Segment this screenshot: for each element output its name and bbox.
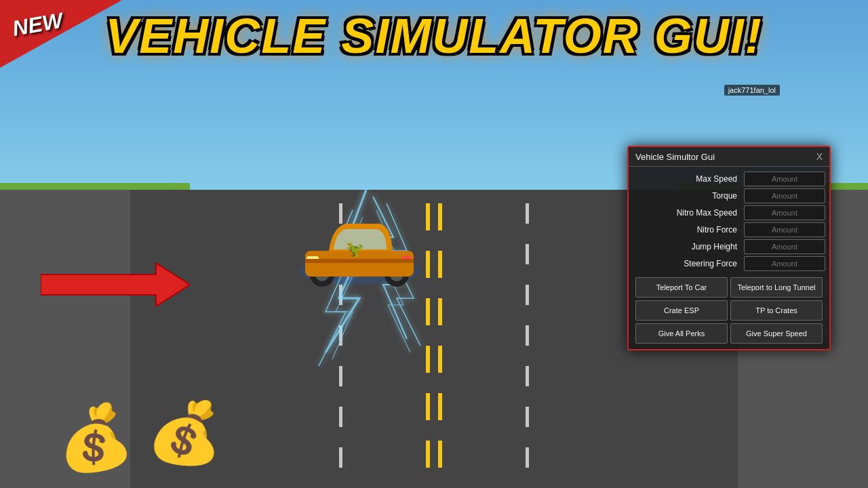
field-label-nitro-max-speed: Nitro Max Speed: [633, 208, 740, 218]
field-label-max-speed: Max Speed: [633, 174, 740, 184]
field-input-steering-force[interactable]: [744, 256, 825, 271]
gui-panel: Vehicle Simultor Gui X Max SpeedTorqueNi…: [627, 146, 831, 350]
field-label-jump-height: Jump Height: [633, 242, 740, 251]
field-label-steering-force: Steering Force: [633, 259, 740, 268]
gui-button-teleport-to-long-tunnel[interactable]: Teleport to Long Tunnel: [730, 277, 823, 298]
red-arrow: [41, 258, 190, 314]
username-tag: jack771fan_lol: [724, 85, 780, 96]
gui-button-tp-to-crates[interactable]: TP to Crates: [730, 300, 823, 321]
input-row: Nitro Max Speed: [633, 205, 825, 220]
gui-button-give-all-perks[interactable]: Give All Perks: [635, 323, 728, 344]
field-input-jump-height[interactable]: [744, 239, 825, 254]
field-label-torque: Torque: [633, 191, 740, 201]
svg-text:🦖: 🦖: [345, 240, 364, 258]
gui-button-teleport-to-car[interactable]: Teleport To Car: [635, 277, 728, 298]
gui-button-crate-esp[interactable]: Crate ESP: [635, 300, 728, 321]
input-row: Jump Height: [633, 239, 825, 254]
gui-titlebar: Vehicle Simultor Gui X: [629, 147, 829, 167]
input-row: Torque: [633, 188, 825, 203]
input-row: Max Speed: [633, 171, 825, 186]
car-image: 🦖: [292, 203, 427, 294]
gui-button-give-super-speed[interactable]: Give Super Speed: [730, 323, 823, 344]
field-input-nitro-force[interactable]: [744, 222, 825, 237]
svg-rect-8: [305, 259, 414, 263]
svg-marker-10: [41, 263, 190, 306]
field-input-max-speed[interactable]: [744, 171, 825, 186]
gui-title: Vehicle Simultor Gui: [635, 152, 715, 162]
input-row: Nitro Force: [633, 222, 825, 237]
money-bags: 💰 💰: [54, 396, 223, 468]
field-input-torque[interactable]: [744, 188, 825, 203]
gui-close-button[interactable]: X: [816, 151, 823, 162]
main-title: VEHICLE SIMULATOR GUI!: [0, 8, 868, 64]
white-dash-right: [526, 203, 529, 488]
input-row: Steering Force: [633, 256, 825, 271]
gui-content: Max SpeedTorqueNitro Max SpeedNitro Forc…: [629, 167, 829, 349]
field-input-nitro-max-speed[interactable]: [744, 205, 825, 220]
field-label-nitro-force: Nitro Force: [633, 225, 740, 235]
